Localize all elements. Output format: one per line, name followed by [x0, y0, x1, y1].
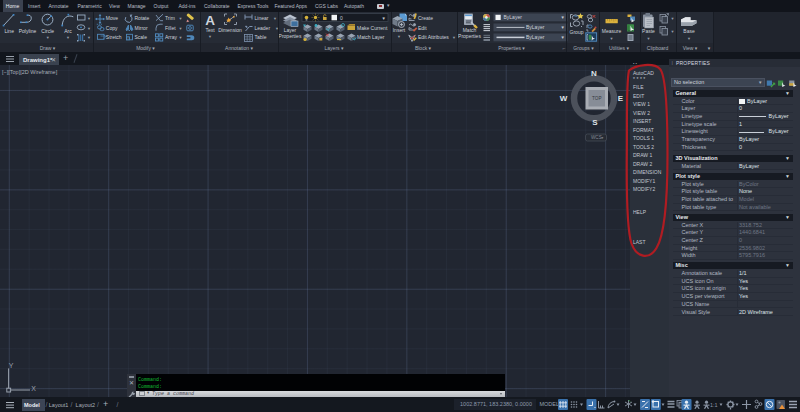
- svg-text:Text: Text: [205, 27, 215, 33]
- svg-text:▼: ▼: [66, 35, 70, 40]
- svg-text:Edit: Edit: [418, 25, 427, 31]
- svg-text:Dimension: Dimension: [218, 27, 242, 33]
- svg-text:▼: ▼: [671, 16, 675, 21]
- svg-text:Base: Base: [683, 28, 695, 34]
- svg-text:▼: ▼: [561, 15, 565, 20]
- svg-text:▼: ▼: [87, 35, 91, 40]
- svg-text:ByLayer: ByLayer: [526, 24, 545, 30]
- svg-text:▼: ▼: [87, 26, 91, 31]
- svg-text:Leader: Leader: [255, 25, 271, 31]
- svg-text:▼: ▼: [647, 36, 651, 41]
- svg-text:Create: Create: [418, 15, 433, 21]
- svg-text:▼: ▼: [179, 16, 183, 21]
- svg-text:Match: Match: [463, 27, 477, 33]
- svg-text:Stretch: Stretch: [106, 34, 122, 40]
- svg-text:▼: ▼: [208, 34, 212, 39]
- svg-text:▼: ▼: [561, 35, 565, 40]
- svg-text:Properties: Properties: [458, 33, 481, 39]
- svg-text:▼: ▼: [452, 35, 456, 40]
- svg-text:▼: ▼: [273, 16, 277, 21]
- svg-text:Group: Group: [570, 29, 584, 35]
- svg-text:Measure: Measure: [602, 28, 622, 34]
- svg-text:ByLayer: ByLayer: [526, 34, 545, 40]
- svg-text:Edit Attributes: Edit Attributes: [418, 34, 449, 40]
- svg-text:▼: ▼: [671, 29, 675, 34]
- svg-text:Fillet: Fillet: [165, 25, 176, 31]
- svg-text:▼: ▼: [87, 16, 91, 21]
- svg-text:Paste: Paste: [642, 28, 655, 34]
- svg-text:Polyline: Polyline: [19, 28, 37, 34]
- svg-text:0: 0: [340, 15, 343, 21]
- svg-text:Layer: Layer: [284, 27, 297, 33]
- svg-text:▼: ▼: [179, 35, 183, 40]
- svg-text:Circle: Circle: [41, 28, 54, 34]
- svg-text:▼: ▼: [610, 36, 614, 41]
- svg-text:▼: ▼: [397, 34, 401, 39]
- svg-text:1:1: 1:1: [710, 402, 718, 408]
- svg-text:Match Layer: Match Layer: [357, 34, 385, 40]
- svg-text:Mirror: Mirror: [135, 25, 148, 31]
- svg-text:Linear: Linear: [255, 15, 269, 21]
- svg-text:▼: ▼: [382, 16, 386, 21]
- svg-text:▼: ▼: [561, 25, 565, 30]
- svg-text:Copy: Copy: [106, 25, 118, 31]
- svg-text:Insert: Insert: [393, 27, 406, 33]
- svg-text:▼: ▼: [46, 35, 50, 40]
- svg-text:Move: Move: [106, 15, 118, 21]
- svg-text:ByLayer: ByLayer: [504, 14, 523, 20]
- svg-text:Properties: Properties: [279, 33, 302, 39]
- svg-text:▼: ▼: [687, 36, 691, 41]
- svg-text:Line: Line: [4, 28, 14, 34]
- svg-text:▼: ▼: [179, 26, 183, 31]
- svg-text:Scale: Scale: [135, 34, 148, 40]
- svg-text:Array: Array: [165, 34, 177, 40]
- svg-text:X: X: [31, 385, 36, 392]
- svg-text:Rotate: Rotate: [135, 15, 150, 21]
- svg-text:Y: Y: [9, 362, 14, 369]
- svg-text:Make Current: Make Current: [357, 25, 388, 31]
- svg-text:Trim: Trim: [165, 15, 175, 21]
- svg-text:Arc: Arc: [64, 28, 72, 34]
- svg-text:Table: Table: [255, 34, 267, 40]
